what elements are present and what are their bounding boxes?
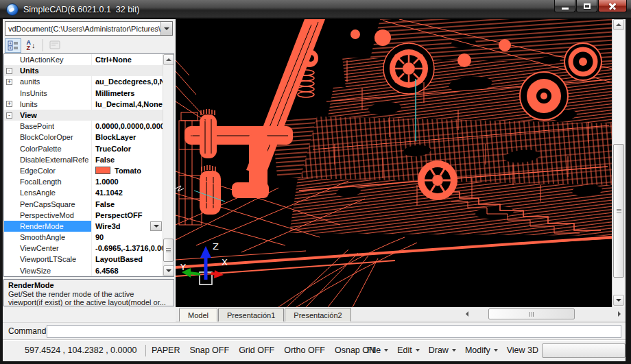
- property-name-cell[interactable]: aunits: [4, 76, 91, 87]
- property-name-cell[interactable]: ColorPalette: [4, 143, 91, 154]
- property-row[interactable]: PenCapsSquare False: [4, 198, 163, 209]
- categorized-view-button[interactable]: [5, 38, 21, 53]
- property-name-cell[interactable]: ViewSize: [4, 265, 91, 276]
- property-grid-scrollbar[interactable]: [163, 54, 174, 276]
- property-name-cell[interactable]: UrlActionKey: [4, 54, 91, 65]
- property-name-cell[interactable]: FocalLength: [4, 176, 91, 187]
- property-row[interactable]: SmoothAngle 90: [4, 232, 163, 243]
- status-toggle[interactable]: Ortho OFF: [284, 345, 325, 355]
- property-name-cell[interactable]: lunits: [4, 99, 91, 110]
- expand-toggle-icon[interactable]: [6, 68, 12, 74]
- property-row[interactable]: lunits lu_Decimal,4,None: [4, 99, 163, 110]
- property-name-cell[interactable]: PerspectiveMod: [4, 210, 91, 221]
- command-input[interactable]: [47, 325, 621, 338]
- scroll-left-button[interactable]: [461, 308, 473, 319]
- property-row[interactable]: UrlActionKey Ctrl+None: [4, 54, 163, 65]
- property-name-cell[interactable]: ViewportLTScale: [4, 254, 91, 265]
- property-value-cell[interactable]: lu_Decimal,4,None: [91, 99, 163, 110]
- property-row[interactable]: ViewCenter -0.6965,-1.3716,0.00: [4, 243, 163, 254]
- property-value-cell[interactable]: TrueColor: [91, 143, 163, 154]
- property-row[interactable]: InsUnits Millimeters: [4, 88, 163, 99]
- property-value-cell[interactable]: Millimeters: [91, 88, 163, 99]
- property-value-cell[interactable]: Ctrl+None: [91, 54, 163, 65]
- menu-button[interactable]: View 3D: [507, 345, 546, 355]
- property-row[interactable]: BlockColorOper BlockLayer: [4, 132, 163, 143]
- property-row[interactable]: EdgeColor Tomato: [4, 165, 163, 176]
- property-value-cell[interactable]: Wire3d: [91, 221, 163, 232]
- scroll-down-button[interactable]: [613, 295, 624, 306]
- horizontal-scrollbar-thumb[interactable]: [488, 308, 575, 319]
- maximize-button[interactable]: [576, 0, 597, 12]
- property-value-cell[interactable]: PerspectOFF: [91, 210, 163, 221]
- property-value-cell[interactable]: False: [91, 198, 163, 209]
- layout-tab[interactable]: Presentación1: [218, 308, 284, 321]
- categorized-icon: [8, 40, 19, 51]
- status-toggle[interactable]: Grid OFF: [239, 345, 274, 355]
- property-row[interactable]: View: [4, 110, 163, 121]
- property-name-cell[interactable]: RenderMode: [4, 221, 91, 232]
- scrollbar-thumb[interactable]: [613, 144, 624, 278]
- menu-button[interactable]: Modify: [465, 345, 498, 355]
- property-name-cell[interactable]: LensAngle: [4, 187, 91, 198]
- property-value-cell[interactable]: 90: [91, 232, 163, 243]
- minimize-button[interactable]: [554, 0, 575, 12]
- property-row[interactable]: BasePoint 0.0000,0.0000,0.000: [4, 121, 163, 132]
- layout-tab[interactable]: Presentación2: [285, 308, 350, 321]
- property-row[interactable]: RenderMode Wire3d: [4, 221, 163, 232]
- close-button[interactable]: [598, 0, 627, 12]
- scroll-up-button[interactable]: [163, 54, 174, 65]
- expand-toggle-icon[interactable]: [6, 112, 12, 119]
- property-name-cell[interactable]: ViewCenter: [4, 243, 91, 254]
- alphabetical-sort-button[interactable]: A Z ↓: [23, 38, 39, 53]
- property-row[interactable]: DisableExternalRefe False: [4, 154, 163, 165]
- property-name-cell[interactable]: BlockColorOper: [4, 132, 91, 143]
- property-row[interactable]: aunits au_Decdegrees,0,No: [4, 76, 163, 87]
- property-name-cell[interactable]: DisableExternalRefe: [4, 154, 91, 165]
- property-row[interactable]: ViewportLTScale LayoutBased: [4, 254, 163, 265]
- property-value-cell[interactable]: -0.6965,-1.3716,0.00: [91, 243, 163, 254]
- menu-button[interactable]: File: [367, 345, 388, 355]
- space-mode-indicator[interactable]: PAPER: [152, 345, 180, 355]
- expand-toggle-icon[interactable]: [6, 101, 12, 107]
- property-value-cell[interactable]: 6.4568: [91, 265, 163, 276]
- property-name-cell[interactable]: EdgeColor: [4, 165, 91, 176]
- property-row[interactable]: PerspectiveMod PerspectOFF: [4, 210, 163, 221]
- property-value-cell[interactable]: Tomato: [91, 165, 163, 176]
- expand-toggle-icon[interactable]: [6, 79, 12, 85]
- property-row[interactable]: LensAngle 41.1042: [4, 187, 163, 198]
- property-value-cell[interactable]: [91, 65, 163, 76]
- property-name-cell[interactable]: View: [4, 110, 91, 121]
- property-row[interactable]: ColorPalette TrueColor: [4, 143, 163, 154]
- property-row[interactable]: ViewSize 6.4568: [4, 265, 163, 276]
- property-row[interactable]: Units: [4, 65, 163, 76]
- property-row[interactable]: FocalLength 1.0000: [4, 176, 163, 187]
- property-value-cell[interactable]: 1.0000: [91, 176, 163, 187]
- property-value-cell[interactable]: au_Decdegrees,0,No: [91, 76, 163, 87]
- property-value-cell[interactable]: False: [91, 154, 163, 165]
- document-selector-dropdown-button[interactable]: [160, 22, 172, 35]
- property-value-cell[interactable]: [91, 110, 163, 121]
- property-value-cell[interactable]: 0.0000,0.0000,0.000: [91, 121, 163, 132]
- viewport-vertical-scrollbar[interactable]: [612, 19, 624, 307]
- scroll-down-button[interactable]: [163, 265, 174, 276]
- property-name-cell[interactable]: Units: [4, 65, 91, 76]
- property-name-cell[interactable]: SmoothAngle: [4, 232, 91, 243]
- property-name-cell[interactable]: InsUnits: [4, 88, 91, 99]
- property-name-cell[interactable]: BasePoint: [4, 121, 91, 132]
- menu-button[interactable]: Edit: [397, 345, 420, 355]
- property-value-cell[interactable]: BlockLayer: [91, 132, 163, 143]
- property-value-cell[interactable]: 41.1042: [91, 187, 163, 198]
- menu-button[interactable]: Draw: [429, 345, 456, 355]
- value-dropdown-button[interactable]: [150, 221, 162, 231]
- layout-tab[interactable]: Model: [179, 308, 217, 321]
- viewport[interactable]: Z X Y: [176, 19, 612, 307]
- document-selector[interactable]: vdDocument(C:\Users\Administrator\Pictur…: [5, 21, 173, 36]
- viewport-canvas[interactable]: Z X Y: [176, 19, 612, 307]
- status-toggle[interactable]: Snap OFF: [189, 345, 229, 355]
- property-name-cell[interactable]: PenCapsSquare: [4, 198, 91, 209]
- scroll-right-button[interactable]: [613, 308, 625, 319]
- property-value-cell[interactable]: LayoutBased: [91, 254, 163, 265]
- scrollbar-thumb[interactable]: [163, 239, 174, 262]
- property-pages-button[interactable]: [47, 38, 63, 53]
- scroll-up-button[interactable]: [613, 19, 624, 30]
